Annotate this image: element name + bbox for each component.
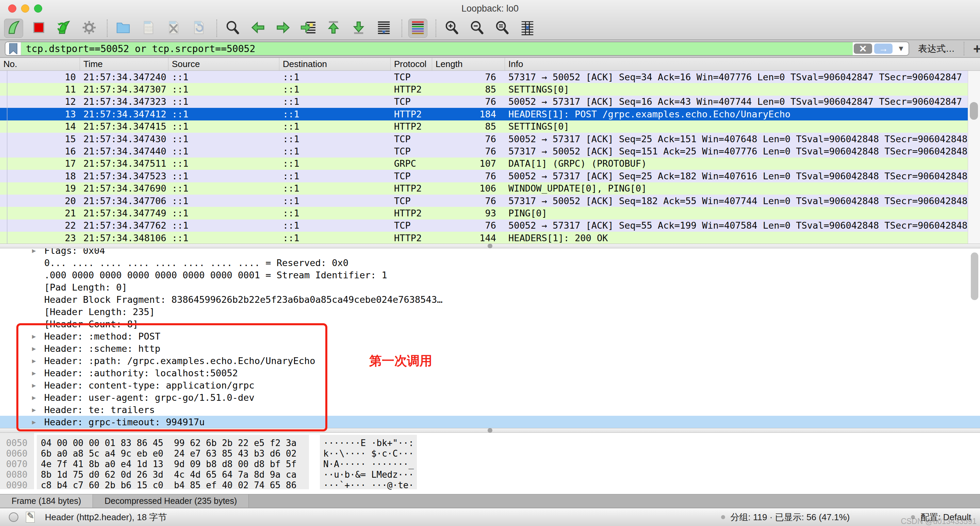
packet-row-22[interactable]: 2221:57:34.347762::1::1TCP7650052 → 5731… <box>0 219 980 232</box>
cell-dst: ::1 <box>279 195 391 206</box>
column-header-destination[interactable]: Destination <box>279 58 391 70</box>
hex-row[interactable]: 00808b 1d 75 d0 62 0d 26 3d 4c 4d 65 64 … <box>0 469 476 480</box>
detail-line[interactable]: ▶Header: grpc-timeout: 994917u <box>0 416 980 428</box>
cell-proto: HTTP2 <box>391 183 432 194</box>
colorize-button[interactable] <box>408 19 427 38</box>
packet-row-19[interactable]: 1921:57:34.347690::1::1HTTP2106WINDOW_UP… <box>0 182 980 195</box>
go-to-packet-button[interactable] <box>299 19 318 38</box>
find-packet-button[interactable] <box>223 19 242 38</box>
auto-scroll-button[interactable] <box>374 19 393 38</box>
packet-row-16[interactable]: 1621:57:34.347440::1::1TCP7657317 → 5005… <box>0 145 980 157</box>
cell-dst: ::1 <box>279 158 391 169</box>
zoom-reset-button[interactable] <box>493 19 512 38</box>
cell-dst: ::1 <box>279 220 391 231</box>
detail-line[interactable]: ▶Header: :path: /grpc.examples.echo.Echo… <box>0 354 980 367</box>
column-header-length[interactable]: Length <box>432 58 505 70</box>
resize-columns-button[interactable] <box>518 19 537 38</box>
expander-triangle-icon[interactable]: ▶ <box>32 418 36 426</box>
cell-len: 76 <box>432 220 505 231</box>
expander-triangle-icon[interactable]: ▶ <box>32 406 36 413</box>
byte-view-tab[interactable]: Frame (184 bytes) <box>0 494 93 508</box>
column-header-time[interactable]: Time <box>80 58 169 70</box>
hex-row[interactable]: 00606b a0 a8 5c a4 9c eb e0 24 e7 63 85 … <box>0 448 476 459</box>
expander-triangle-icon[interactable]: ▶ <box>32 381 36 389</box>
byte-view-tab[interactable]: Decompressed Header (235 bytes) <box>93 494 249 508</box>
display-filter-input[interactable]: tcp.dstport==50052 or tcp.srcport==50052 <box>21 42 853 55</box>
capture-options-button[interactable] <box>80 19 99 38</box>
detail-line[interactable]: ▶Header: :method: POST <box>0 330 980 342</box>
capture-comment-icon[interactable] <box>26 512 35 523</box>
detail-line[interactable]: [Header Length: 235] <box>0 305 980 318</box>
detail-line[interactable]: ▶Header: :scheme: http <box>0 342 980 354</box>
packet-row-18[interactable]: 1821:57:34.347523::1::1TCP7650052 → 5731… <box>0 170 980 182</box>
packet-row-15[interactable]: 1521:57:34.347430::1::1TCP7650052 → 5731… <box>0 133 980 145</box>
detail-line[interactable]: .000 0000 0000 0000 0000 0000 0000 0001 … <box>0 269 980 281</box>
filter-apply-button[interactable]: → <box>874 44 892 54</box>
column-header-protocol[interactable]: Protocol <box>391 58 432 70</box>
packet-row-11[interactable]: 1121:57:34.347307::1::1HTTP285SETTINGS[0… <box>0 83 980 95</box>
expander-triangle-icon[interactable]: ▶ <box>32 248 36 254</box>
expander-triangle-icon[interactable]: ▶ <box>32 332 36 340</box>
packet-row-13[interactable]: 1321:57:34.347412::1::1HTTP2184HEADERS[1… <box>0 108 980 120</box>
filter-separator <box>964 42 964 56</box>
expression-button[interactable]: 表达式… <box>918 43 955 55</box>
packet-row-14[interactable]: 1421:57:34.347415::1::1HTTP285SETTINGS[0… <box>0 121 980 133</box>
hex-ascii: ···`+··· ···@·te· <box>323 480 414 490</box>
cell-proto: HTTP2 <box>391 84 432 95</box>
restart-capture-button[interactable] <box>54 19 73 38</box>
hex-row[interactable]: 0090c8 b4 c7 60 2b b6 15 c0 b4 85 ef 40 … <box>0 480 476 490</box>
hex-row[interactable]: 005004 00 00 00 01 83 86 45 99 62 6b 2b … <box>0 437 476 448</box>
packet-row-12[interactable]: 1221:57:34.347323::1::1TCP7650052 → 5731… <box>0 95 980 108</box>
packet-row-10[interactable]: 1021:57:34.347240::1::1TCP7657317 → 5005… <box>0 71 980 83</box>
hex-bytes: 4e 7f 41 8b a0 e4 1d 13 9d 09 b8 d8 00 d… <box>41 459 296 469</box>
column-header-source[interactable]: Source <box>169 58 279 70</box>
packet-list-scrollbar[interactable] <box>968 71 980 244</box>
cell-dst: ::1 <box>279 121 391 132</box>
hex-row[interactable]: 00704e 7f 41 8b a0 e4 1d 13 9d 09 b8 d8 … <box>0 459 476 469</box>
packet-row-17[interactable]: 1721:57:34.347511::1::1GRPC107DATA[1] (G… <box>0 157 980 170</box>
pane-splitter-bottom[interactable] <box>0 428 980 433</box>
detail-line[interactable]: ▶Header: :authority: localhost:50052 <box>0 367 980 379</box>
stop-capture-button[interactable] <box>29 19 48 38</box>
column-header-info[interactable]: Info <box>505 58 980 70</box>
filter-dropdown-caret[interactable]: ▼ <box>894 42 908 55</box>
hex-ascii: ·······E ·bk+"··: <box>323 438 414 448</box>
cell-len: 85 <box>432 84 505 95</box>
detail-text: [Header Count: 8] <box>44 319 138 329</box>
go-first-button[interactable] <box>324 19 343 38</box>
start-capture-button[interactable] <box>4 19 23 38</box>
open-file-button[interactable] <box>114 19 133 38</box>
detail-line[interactable]: ▶Header: user-agent: grpc-go/1.51.0-dev <box>0 391 980 404</box>
scrollbar-thumb[interactable] <box>970 102 978 120</box>
detail-line[interactable]: ▶Header: content-type: application/grpc <box>0 379 980 391</box>
detail-line[interactable]: [Header Count: 8] <box>0 318 980 330</box>
detail-line[interactable]: ▶Flags: 0x04 <box>0 248 980 257</box>
go-last-button[interactable] <box>349 19 368 38</box>
packet-row-23[interactable]: 2321:57:34.348106::1::1HTTP2144HEADERS[1… <box>0 232 980 244</box>
expander-triangle-icon[interactable]: ▶ <box>32 394 36 401</box>
cell-len: 76 <box>432 195 505 206</box>
filter-clear-button[interactable]: ✕ <box>854 44 872 54</box>
detail-line[interactable]: 0... .... .... .... .... .... .... .... … <box>0 257 980 269</box>
hex-bytes: 04 00 00 00 01 83 86 45 99 62 6b 2b 22 e… <box>41 438 296 448</box>
pane-splitter-top[interactable] <box>0 244 980 248</box>
expander-triangle-icon[interactable]: ▶ <box>32 357 36 364</box>
packet-row-20[interactable]: 2021:57:34.347706::1::1TCP7657317 → 5005… <box>0 195 980 207</box>
expander-triangle-icon[interactable]: ▶ <box>32 369 36 377</box>
go-back-button[interactable] <box>248 19 267 38</box>
add-filter-button[interactable]: + <box>973 42 980 56</box>
expander-triangle-icon[interactable]: ▶ <box>32 345 36 352</box>
column-header-no[interactable]: No. <box>0 58 80 70</box>
detail-line[interactable]: [Pad Length: 0] <box>0 281 980 293</box>
packet-row-21[interactable]: 2121:57:34.347749::1::1HTTP293PING[0] <box>0 207 980 219</box>
cell-no: 18 <box>0 171 80 181</box>
expert-info-icon[interactable] <box>9 512 18 522</box>
detail-line[interactable]: ▶Header: te: trailers <box>0 404 980 416</box>
cell-dst: ::1 <box>279 72 391 82</box>
go-forward-button[interactable] <box>274 19 293 38</box>
zoom-in-button[interactable] <box>442 19 461 38</box>
zoom-out-button[interactable] <box>468 19 487 38</box>
detail-line[interactable]: Header Block Fragment: 83864599626b2b22e… <box>0 293 980 305</box>
filter-bookmark-icon[interactable] <box>5 42 21 55</box>
go-to-packet-icon <box>301 20 316 37</box>
